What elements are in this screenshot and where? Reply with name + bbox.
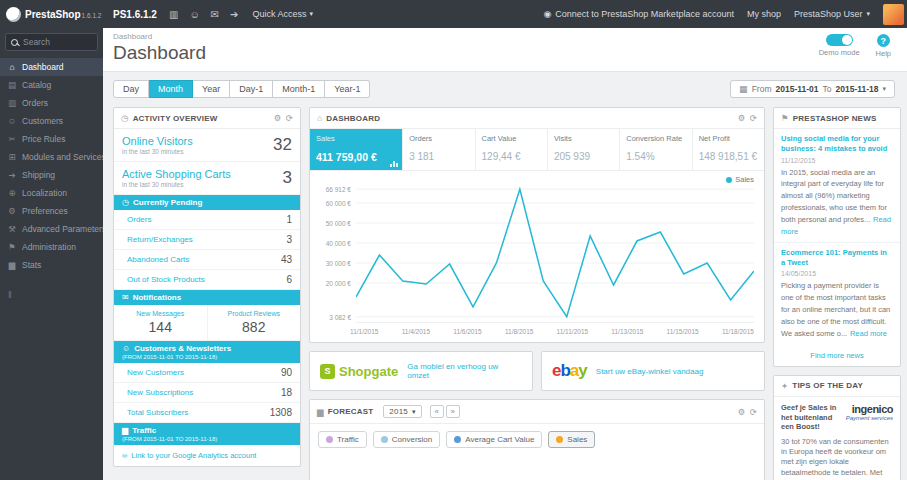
forecast-year-select[interactable]: 2015 ▾ [383,405,421,418]
forecast-next-button[interactable]: » [446,405,460,418]
brand-name: PrestaShop1.6.1.2 [25,9,101,20]
quick-access-menu[interactable]: Quick Access ▾ [252,9,313,19]
dashboard-panel: ⌂ DASHBOARD ⚙ ⟳ Sales 411 759,00 € [309,107,765,343]
range-button-month-1[interactable]: Month-1 [273,80,325,98]
users-icon: ☺ [7,116,17,126]
gear-icon[interactable]: ⚙ [738,113,746,123]
tip-body: 30 tot 70% van de consumenten in Europa … [774,435,900,480]
sidebar-item-customers[interactable]: ☺Customers [0,112,103,130]
globe-icon: ⊕ [7,188,17,198]
range-button-day-1[interactable]: Day-1 [230,80,273,98]
new-customers-row[interactable]: New Customers90 [114,363,300,383]
rocket-icon[interactable]: ➔ [230,9,238,20]
new-subscriptions-row[interactable]: New Subscriptions18 [114,383,300,403]
shopgate-promo-link[interactable]: Ga mobiel en verhoog uw omzet [407,362,522,380]
person-icon[interactable]: ☺ [189,9,199,20]
search-icon [11,39,18,46]
refresh-icon[interactable]: ⟳ [750,113,757,123]
chart-legend[interactable]: Sales [726,175,754,184]
chart-icon: ▆ [122,426,128,435]
abandoned-carts-row[interactable]: Abandoned Carts43 [114,250,300,270]
gift-icon[interactable]: ✉ [211,9,219,20]
sidebar-collapse-button[interactable]: ‖ [0,287,103,303]
sidebar-item-localization[interactable]: ⊕Localization [0,184,103,202]
kpi-sales[interactable]: Sales 411 759,00 € [310,129,403,170]
kpi-orders[interactable]: Orders 3 181 [403,129,475,170]
range-button-day[interactable]: Day [113,80,149,98]
kpi-conversion-rate[interactable]: Conversion Rate 1.54% [620,129,692,170]
kpi-visits[interactable]: Visits 205 939 [548,129,620,170]
cart-icon[interactable]: ▥ [169,9,178,20]
sidebar-item-label: Shipping [22,170,55,180]
active-carts-value: 3 [283,168,292,188]
forecast-legend-sales[interactable]: Sales [548,431,595,448]
refresh-icon[interactable]: ⟳ [286,113,293,123]
sidebar-item-label: Localization [22,188,67,198]
sidebar-item-label: Dashboard [22,62,64,72]
sidebar-item-administration[interactable]: ⚑Administration [0,238,103,256]
find-more-news-link[interactable]: Find more news [774,345,900,366]
refresh-icon[interactable]: ⟳ [750,407,757,417]
news-article-title[interactable]: Using social media for your business: 4 … [781,134,893,154]
sidebar-item-price-rules[interactable]: ✂Price Rules [0,130,103,148]
from-date: 2015-11-01 [775,84,818,94]
sidebar-item-modules-and-services[interactable]: ⊞Modules and Services [0,148,103,166]
page-title: Dashboard [113,42,897,64]
row-label: New Customers [127,368,184,377]
demo-mode-toggle[interactable] [826,34,853,46]
online-visitors-row[interactable]: Online Visitors in the last 30 minutes 3… [114,129,300,162]
pending-returns-row[interactable]: Return/Exchanges3 [114,230,300,250]
date-range-picker[interactable]: ▦ From 2015-11-01 To 2015-11-18 ▾ [730,80,895,98]
sidebar-search[interactable] [5,33,98,51]
x-tick-label: 11/15/2015 [667,328,699,335]
kpi-net-profit[interactable]: Net Profit 148 918,51 € [693,129,764,170]
range-button-month[interactable]: Month [149,80,193,98]
pending-orders-row[interactable]: Orders1 [114,210,300,230]
shop-name-link[interactable]: PS1.6.1.2 [113,9,157,20]
news-article-title[interactable]: Ecommerce 101: Payments in a Tweet [781,248,893,268]
my-shop-link[interactable]: My shop [747,9,781,19]
forecast-prev-button[interactable]: « [430,405,444,418]
ebay-promo: ebay Start uw eBay-winkel vandaag [541,351,765,391]
new-messages-cell[interactable]: New Messages 144 [114,305,207,340]
ebay-promo-link[interactable]: Start uw eBay-winkel vandaag [596,367,704,376]
forecast-legend-conversion[interactable]: Conversion [373,431,440,448]
active-carts-row[interactable]: Active Shopping Carts in the last 30 min… [114,162,300,195]
chip-label: Conversion [392,435,432,444]
y-tick-label: 50 000 € [326,220,351,227]
range-button-year-1[interactable]: Year-1 [325,80,370,98]
avatar[interactable] [883,4,904,25]
google-analytics-link[interactable]: ∞ Link to your Google Analytics account [114,445,300,466]
lightbulb-icon: ✦ [781,381,788,391]
range-button-year[interactable]: Year [193,80,230,98]
kpi-cart-value[interactable]: Cart Value 129,44 € [476,129,548,170]
user-menu[interactable]: PrestaShop User ▾ [794,9,870,19]
prestashop-logo[interactable]: PrestaShop1.6.1.2 [0,7,103,22]
marketplace-link[interactable]: ◉ Connect to PrestaShop Marketplace acco… [543,9,733,19]
sidebar-item-dashboard[interactable]: ⌂Dashboard [0,58,103,76]
forecast-chart-area [310,455,764,480]
sidebar-item-stats[interactable]: ▆Stats [0,256,103,274]
forecast-legend-average-cart-value[interactable]: Average Cart Value [446,431,542,448]
gear-icon[interactable]: ⚙ [738,407,746,417]
news-article-date: 11/12/2015 [781,157,893,164]
read-more-link[interactable]: Read more [850,329,887,338]
product-reviews-cell[interactable]: Product Reviews 882 [207,305,301,340]
help-icon[interactable]: ? [877,34,890,47]
total-subscribers-row[interactable]: Total Subscribers1308 [114,403,300,423]
x-tick-label: 11/8/2015 [505,328,533,335]
traffic-header: ▆Traffic (FROM 2015-11-01 TO 2015-11-18) [114,423,300,445]
sidebar-item-catalog[interactable]: ▤Catalog [0,76,103,94]
sidebar-item-advanced-parameters[interactable]: ⚒Advanced Parameters [0,220,103,238]
y-tick-label: 60 000 € [326,200,351,207]
sidebar-item-shipping[interactable]: ➔Shipping [0,166,103,184]
forecast-legend-traffic[interactable]: Traffic [318,431,367,448]
gear-icon[interactable]: ⚙ [274,113,282,123]
out-of-stock-row[interactable]: Out of Stock Products6 [114,270,300,290]
shopgate-logo: S Shopgate [320,364,398,379]
sidebar-item-preferences[interactable]: ⚙Preferences [0,202,103,220]
sidebar-item-orders[interactable]: ▥Orders [0,94,103,112]
quick-access-label: Quick Access [252,9,306,19]
search-input[interactable] [23,37,85,47]
x-tick-label: 11/6/2015 [453,328,481,335]
